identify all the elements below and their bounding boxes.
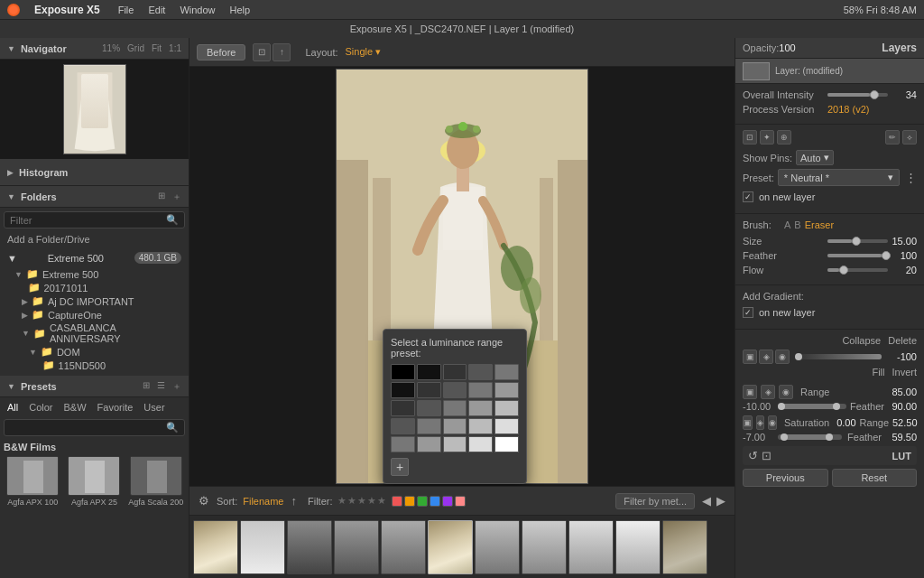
sat-icon-2[interactable]: ◈ bbox=[756, 415, 764, 430]
lum-swatch-7[interactable] bbox=[443, 382, 467, 398]
color-filter-red[interactable] bbox=[392, 496, 402, 507]
delete-button[interactable]: Delete bbox=[888, 335, 917, 346]
lum-swatch-9[interactable] bbox=[494, 382, 519, 398]
color-filter-pink[interactable] bbox=[455, 496, 466, 507]
star-3[interactable]: ★ bbox=[357, 495, 366, 507]
presets-header[interactable]: ▼ Presets ⊞ ☰ ＋ bbox=[0, 376, 189, 397]
lum-swatch-11[interactable] bbox=[417, 400, 441, 416]
preset-item[interactable]: Agfa APX 100 bbox=[4, 456, 61, 508]
folder-filter-input[interactable]: 🔍 bbox=[4, 211, 185, 228]
navigator-grid[interactable]: Grid bbox=[127, 43, 144, 53]
filmstrip-thumb[interactable] bbox=[662, 520, 707, 574]
heal-icon[interactable]: ✦ bbox=[760, 130, 774, 144]
lum-swatch-23[interactable] bbox=[468, 436, 493, 452]
lum-swatch-3[interactable] bbox=[468, 364, 493, 380]
filmstrip-thumb[interactable] bbox=[522, 520, 567, 574]
invert-button[interactable]: Invert bbox=[892, 367, 917, 378]
size-slider[interactable] bbox=[827, 239, 888, 243]
menu-edit[interactable]: Edit bbox=[148, 5, 165, 15]
lum-swatch-8[interactable] bbox=[468, 382, 493, 398]
menu-file[interactable]: File bbox=[118, 5, 134, 15]
nav-next-icon[interactable]: ▶ bbox=[715, 494, 727, 508]
feather-slider[interactable] bbox=[827, 254, 888, 257]
preset-search-input[interactable]: 🔍 bbox=[4, 419, 185, 436]
lum-swatch-22[interactable] bbox=[443, 436, 467, 452]
lum-swatch-20[interactable] bbox=[391, 436, 415, 452]
lum-swatch-19[interactable] bbox=[494, 418, 519, 434]
before-button[interactable]: Before bbox=[197, 44, 245, 61]
add-folder-button[interactable]: Add a Folder/Drive bbox=[4, 232, 185, 247]
lum-swatch-24[interactable] bbox=[494, 436, 519, 452]
view-btn-1[interactable]: ⊡ bbox=[253, 43, 271, 61]
reset-button[interactable]: Reset bbox=[832, 469, 918, 487]
filmstrip-thumb[interactable] bbox=[287, 520, 332, 574]
preset-tab-all[interactable]: All bbox=[4, 401, 22, 414]
previous-button[interactable]: Previous bbox=[743, 469, 828, 487]
lut-label[interactable]: LUT bbox=[892, 451, 911, 461]
lum-swatch-13[interactable] bbox=[468, 400, 493, 416]
tree-item[interactable]: ▼ 📁 DOM bbox=[4, 345, 185, 359]
sort-arrow-icon[interactable]: ↑ bbox=[289, 494, 299, 508]
color-filter-blue[interactable] bbox=[430, 496, 440, 507]
filmstrip-thumb[interactable] bbox=[615, 520, 661, 574]
filmstrip-thumb-active[interactable] bbox=[428, 520, 473, 574]
color-filter-green[interactable] bbox=[417, 496, 428, 507]
lum-swatch-17[interactable] bbox=[443, 418, 467, 434]
preset-item[interactable]: Agfa Scala 200 bbox=[127, 456, 185, 508]
nav-prev-icon[interactable]: ◀ bbox=[700, 494, 713, 508]
lum-swatch-10[interactable] bbox=[391, 400, 415, 416]
lum-swatch-16[interactable] bbox=[417, 418, 441, 434]
new-layer-checkbox[interactable]: ✓ bbox=[743, 191, 753, 202]
mask-icon-3[interactable]: ◉ bbox=[775, 350, 790, 364]
crop-icon[interactable]: ⊡ bbox=[743, 130, 757, 144]
range-track[interactable] bbox=[778, 404, 846, 409]
filmstrip-thumb[interactable] bbox=[475, 520, 520, 574]
brush-eraser-button[interactable]: Eraser bbox=[805, 219, 834, 230]
mask-icon-2[interactable]: ◈ bbox=[759, 350, 773, 364]
presets-add-icon[interactable]: ＋ bbox=[172, 380, 181, 393]
tree-item[interactable]: ▼ 📁 CASABLANCA ANNIVERSARY bbox=[4, 322, 185, 345]
lum-swatch-5[interactable] bbox=[391, 382, 415, 398]
lum-swatch-14[interactable] bbox=[494, 400, 519, 416]
sort-value[interactable]: Filename bbox=[243, 496, 283, 507]
lut-refresh-icon[interactable]: ↺ bbox=[748, 449, 758, 462]
collapse-button[interactable]: Collapse bbox=[842, 335, 881, 346]
preset-tab-user[interactable]: User bbox=[140, 401, 168, 414]
drive-name-label[interactable]: Extreme 500 bbox=[48, 253, 104, 264]
sat-icon-3[interactable]: ◉ bbox=[768, 415, 777, 430]
tree-item[interactable]: 📁 115ND500 bbox=[4, 359, 185, 372]
lum-swatch-1[interactable] bbox=[417, 364, 441, 380]
lum-swatch-0[interactable] bbox=[391, 364, 415, 380]
view-btn-2[interactable]: ↑ bbox=[273, 43, 291, 61]
preset-dropdown[interactable]: * Neutral * ▾ bbox=[778, 169, 900, 186]
navigator-fit[interactable]: Fit bbox=[152, 43, 162, 53]
tree-item[interactable]: ▶ 📁 Aj DC IMPORTANT bbox=[4, 294, 185, 308]
layout-value[interactable]: Single ▾ bbox=[346, 46, 382, 58]
range-icon-2[interactable]: ◈ bbox=[761, 385, 775, 399]
process-value[interactable]: 2018 (v2) bbox=[827, 104, 869, 115]
presets-list-icon[interactable]: ☰ bbox=[157, 380, 165, 393]
settings-icon[interactable]: ⚙ bbox=[197, 494, 211, 508]
filmstrip-thumb[interactable] bbox=[240, 520, 285, 574]
lum-swatch-18[interactable] bbox=[468, 418, 493, 434]
lum-swatch-21[interactable] bbox=[417, 436, 441, 452]
flow-slider[interactable] bbox=[827, 268, 888, 272]
range-icon-1[interactable]: ▣ bbox=[743, 385, 757, 399]
amount-slider[interactable] bbox=[797, 354, 882, 359]
presets-grid-icon[interactable]: ⊞ bbox=[143, 380, 150, 393]
filter-meta-button[interactable]: Filter by met... bbox=[615, 493, 695, 509]
navigator-header[interactable]: ▼ Navigator 11% Grid Fit 1:1 bbox=[0, 38, 189, 60]
lum-swatch-15[interactable] bbox=[391, 418, 415, 434]
mask-icon-1[interactable]: ▣ bbox=[743, 350, 757, 364]
gradient-new-layer-checkbox[interactable]: ✓ bbox=[743, 307, 753, 318]
star-1[interactable]: ★ bbox=[337, 495, 346, 507]
layers-button[interactable]: Layers bbox=[882, 42, 917, 54]
star-4[interactable]: ★ bbox=[367, 495, 376, 507]
filmstrip-thumb[interactable] bbox=[381, 520, 426, 574]
preset-options-icon[interactable]: ⋮ bbox=[905, 171, 917, 184]
filmstrip-thumb[interactable] bbox=[334, 520, 379, 574]
preset-tab-color[interactable]: Color bbox=[25, 401, 56, 414]
folders-header[interactable]: ▼ Folders ⊞ ＋ bbox=[0, 186, 189, 208]
folders-icon[interactable]: ⊞ bbox=[158, 191, 165, 203]
folder-search[interactable] bbox=[10, 215, 166, 226]
